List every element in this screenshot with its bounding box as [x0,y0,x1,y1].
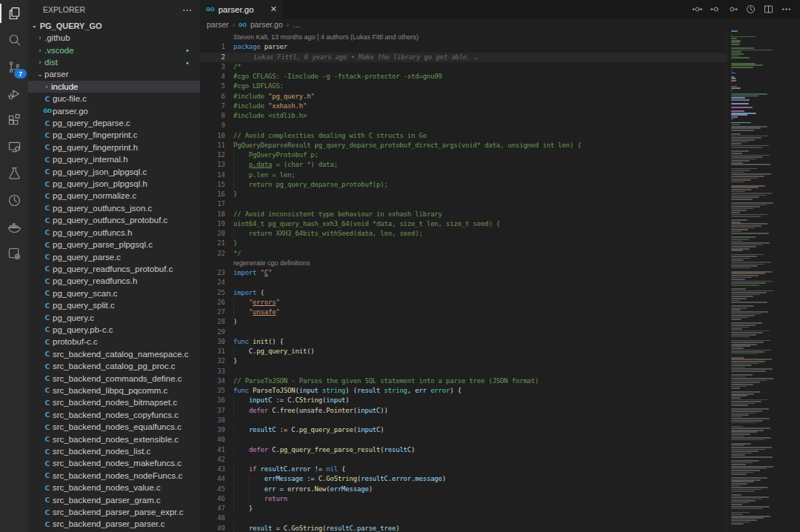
tree-file-pg_query_parse.c[interactable]: Cpg_query_parse.c [28,250,200,262]
code-line-1[interactable]: 1package parser [200,42,735,52]
tree-file-pg_query_internal.h[interactable]: Cpg_query_internal.h [28,153,200,165]
code-line-28[interactable]: 28) [200,317,735,327]
split-editor-icon[interactable] [763,4,774,15]
tree-file-src_backend_commands_define.c[interactable]: Csrc_backend_commands_define.c [28,372,200,384]
code-line-45[interactable]: 45 err = errors.New(errMessage) [200,485,735,494]
tree-file-pg_query_normalize.c[interactable]: Cpg_query_normalize.c [28,190,200,202]
code-line-4[interactable]: 4#cgo CFLAGS: -Iinclude -g -fstack-prote… [200,72,735,82]
code-line-15[interactable]: 15 return pg_query_deparse_protobuf(p); [200,180,735,190]
tree-file-pg_query_json_plpgsql.h[interactable]: Cpg_query_json_plpgsql.h [28,178,200,190]
tree-file-pg_query_deparse.c[interactable]: Cpg_query_deparse.c [28,117,200,129]
source-control-icon[interactable]: 7 [0,53,28,80]
code-line-3[interactable]: 3/* [200,62,735,72]
code-line-6[interactable]: 6#include "pg_query.h" [200,92,735,102]
code-line-27[interactable]: 27 "unsafe" [200,307,735,317]
code-line-30[interactable]: 30func init() { [200,337,735,347]
code-line-39[interactable]: 39 resultC := C.pg_query_parse(inputC) [200,425,735,435]
tree-folder-.github[interactable]: ›.github [28,32,200,44]
tree-file-protobuf-c.c[interactable]: Cprotobuf-c.c [28,336,200,348]
tree-file-pg_query_outfuncs.h[interactable]: Cpg_query_outfuncs.h [28,227,200,239]
tree-folder-include[interactable]: ›include [28,81,200,93]
tree-file-src_backend_catalog_namespace.c[interactable]: Csrc_backend_catalog_namespace.c [28,348,200,360]
codelens-regenerate-cgo[interactable]: regenerate cgo definitions [200,259,735,268]
code-line-29[interactable]: 29 [200,327,735,337]
code-line-24[interactable]: 24 [200,278,735,287]
tree-file-src_backend_parser_gram.c[interactable]: Csrc_backend_parser_gram.c [28,493,200,505]
code-line-46[interactable]: 46 return [200,494,735,504]
tree-file-pg_query_scan.c[interactable]: Cpg_query_scan.c [28,287,200,299]
tree-file-src_backend_nodes_bitmapset.c[interactable]: Csrc_backend_nodes_bitmapset.c [28,396,200,408]
tree-folder-dist[interactable]: ›dist● [28,56,200,68]
tree-file-pg_query.c[interactable]: Cpg_query.c [28,311,200,323]
tree-file-pg_query_readfuncs.h[interactable]: Cpg_query_readfuncs.h [28,275,200,287]
breadcrumb-symbol[interactable]: … [293,20,301,29]
code-line-43[interactable]: 43 if resultC.error != nil { [200,465,735,474]
code-line-20[interactable]: 20 return XXH3_64bits_withSeed(data, len… [200,229,735,239]
code-line-49[interactable]: 49 result = C.GoString(resultC.parse_tre… [200,524,735,532]
tab-parser-go[interactable]: GO parser.go ✕ [200,0,283,19]
gitlens-icon[interactable] [0,187,28,213]
tree-file-pg_query_fingerprint.h[interactable]: Cpg_query_fingerprint.h [28,142,200,153]
code-line-40[interactable]: 40 [200,435,735,445]
tree-file-src_backend_catalog_pg_proc.c[interactable]: Csrc_backend_catalog_pg_proc.c [28,360,200,372]
tree-file-guc-file.c[interactable]: Cguc-file.c [28,93,200,104]
project-root-header[interactable]: ⌄ PG_QUERY_GO [28,19,200,32]
code-line-18[interactable]: 18// Avoid inconsistent type behaviour i… [200,210,735,219]
code-line-44[interactable]: 44 errMessage := C.GoString(resultC.erro… [200,474,735,484]
code-line-12[interactable]: 12 PgQueryProtobuf p; [200,150,735,160]
remote-explorer-icon[interactable] [0,133,28,160]
tree-file-src_backend_nodes_list.c[interactable]: Csrc_backend_nodes_list.c [28,445,200,457]
code-line-7[interactable]: 7#include "xxhash.h" [200,102,735,111]
code-line-31[interactable]: 31 C.pg_query_init() [200,347,735,356]
tree-file-src_backend_nodes_makefuncs.c[interactable]: Csrc_backend_nodes_makefuncs.c [28,457,200,469]
code-line-38[interactable]: 38 [200,416,735,425]
code-line-25[interactable]: 25import ( [200,288,735,298]
code-line-10[interactable]: 10// Avoid complexities dealing with C s… [200,131,735,141]
tree-file-src_backend_nodes_nodeFuncs.c[interactable]: Csrc_backend_nodes_nodeFuncs.c [28,470,200,482]
code-line-8[interactable]: 8#include <stdlib.h> [200,111,735,121]
tree-file-pg_query_fingerprint.c[interactable]: Cpg_query_fingerprint.c [28,129,200,141]
docker-icon[interactable] [0,213,28,240]
tree-file-pg_query_parse_plpgsql.c[interactable]: Cpg_query_parse_plpgsql.c [28,239,200,250]
code-line-21[interactable]: 21} [200,239,735,248]
tree-file-parser.go[interactable]: GOparser.go [28,104,200,116]
more-actions-icon[interactable] [781,4,792,15]
extensions-icon[interactable] [0,107,28,133]
tree-file-pg_query_readfuncs_protobuf.c[interactable]: Cpg_query_readfuncs_protobuf.c [28,263,200,275]
code-line-42[interactable]: 42 [200,455,735,465]
explorer-more-actions-icon[interactable]: ⋯ [182,4,193,16]
next-change-icon[interactable] [727,4,739,15]
code-line-2[interactable]: 2Lukas Fittl, 6 years ago • Make the lib… [200,53,735,62]
code-line-37[interactable]: 37 defer C.free(unsafe.Pointer(inputC)) [200,406,735,416]
run-and-debug-icon[interactable] [0,80,28,107]
tree-file-src_backend_nodes_value.c[interactable]: Csrc_backend_nodes_value.c [28,482,200,493]
code-line-23[interactable]: 23import "C" [200,268,735,278]
previous-change-icon[interactable] [710,4,721,15]
code-line-16[interactable]: 16} [200,190,735,199]
code-line-34[interactable]: 34// ParseToJSON - Parses the given SQL … [200,376,735,386]
minimap[interactable] [727,28,800,532]
tree-file-src_backend_nodes_copyfuncs.c[interactable]: Csrc_backend_nodes_copyfuncs.c [28,409,200,421]
code-line-33[interactable]: 33 [200,367,735,376]
code-line-17[interactable]: 17 [200,199,735,209]
code-line-26[interactable]: 26 "errors" [200,298,735,307]
breadcrumb-file[interactable]: parser.go [250,20,283,29]
search-icon[interactable] [0,27,28,53]
tree-folder-.vscode[interactable]: ›.vscode● [28,44,200,56]
open-changes-icon[interactable] [692,4,703,15]
code-line-13[interactable]: 13 p.data = (char *) data; [200,160,735,170]
tree-file-src_backend_parser_parse_expr.c[interactable]: Csrc_backend_parser_parse_expr.c [28,506,200,518]
code-line-9[interactable]: 9 [200,121,735,130]
tree-file-pg_query_outfuncs_json.c[interactable]: Cpg_query_outfuncs_json.c [28,202,200,214]
tree-file-pg_query.pb-c.c[interactable]: Cpg_query.pb-c.c [28,324,200,336]
tree-file-pg_query_json_plpgsql.c[interactable]: Cpg_query_json_plpgsql.c [28,165,200,177]
code-line-19[interactable]: 19uint64_t pg_query_hash_xxh3_64(void *d… [200,219,735,229]
code-line-32[interactable]: 32} [200,356,735,366]
tree-folder-parser[interactable]: ⌄parser [28,68,200,80]
codelens-blame-authors[interactable]: Steven Kalt, 13 months ago | 4 authors (… [200,33,735,42]
tree-file-pg_query_split.c[interactable]: Cpg_query_split.c [28,299,200,311]
code-line-22[interactable]: 22*/ [200,249,735,259]
tree-file-src_backend_libpq_pqcomm.c[interactable]: Csrc_backend_libpq_pqcomm.c [28,385,200,396]
code-line-35[interactable]: 35func ParseToJSON(input string) (result… [200,386,735,396]
code-editor[interactable]: Steven Kalt, 13 months ago | 4 authors (… [200,30,735,532]
